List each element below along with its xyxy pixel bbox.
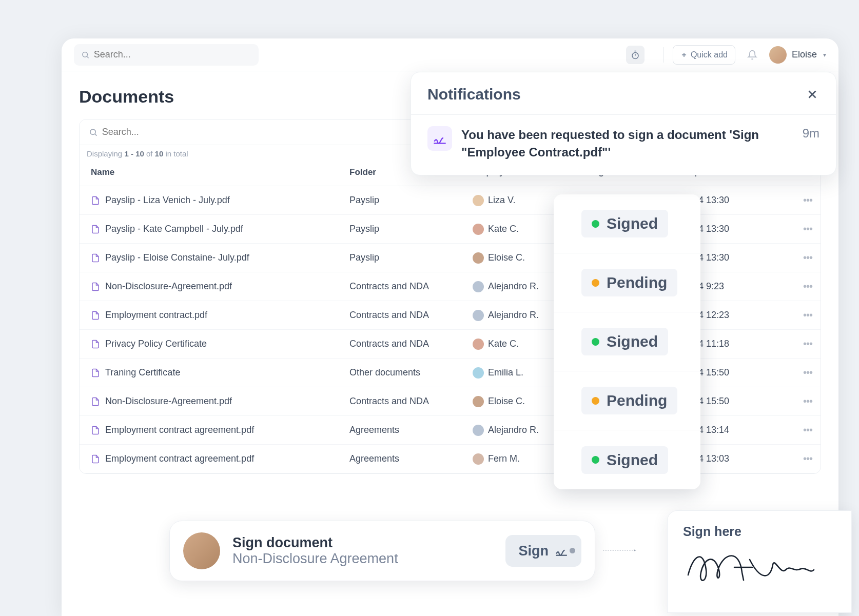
notification-text: You have been requested to sign a docume… bbox=[461, 126, 793, 161]
row-more-button[interactable]: ••• bbox=[795, 416, 821, 445]
svg-point-0 bbox=[83, 52, 88, 57]
topbar: Quick add Eloise ▾ bbox=[62, 38, 838, 71]
cell-folder: Contracts and NDA bbox=[343, 387, 466, 416]
cell-name: Payslip - Kate Campbell - July.pdf bbox=[80, 215, 343, 244]
connector-arrow bbox=[570, 549, 670, 551]
status-dot-icon bbox=[592, 279, 599, 287]
status-row: Signed bbox=[554, 430, 700, 489]
avatar bbox=[473, 425, 484, 436]
esignature-status-overlay: SignedPendingSignedPendingSigned bbox=[554, 194, 700, 489]
status-label: Signed bbox=[607, 215, 658, 232]
status-badge: Pending bbox=[581, 269, 677, 296]
svg-line-1 bbox=[87, 56, 89, 58]
notification-item[interactable]: You have been requested to sign a docume… bbox=[411, 115, 836, 175]
document-icon bbox=[91, 396, 100, 407]
row-more-button[interactable]: ••• bbox=[795, 387, 821, 416]
cell-folder: Payslip bbox=[343, 215, 466, 244]
signature-icon bbox=[555, 544, 568, 558]
row-more-button[interactable]: ••• bbox=[795, 445, 821, 473]
avatar bbox=[473, 339, 484, 350]
global-search-input[interactable] bbox=[94, 49, 251, 60]
status-label: Signed bbox=[607, 333, 658, 350]
doc-name: Payslip - Eloise Constaine- July.pdf bbox=[105, 252, 249, 263]
cell-name: Payslip - Eloise Constaine- July.pdf bbox=[80, 244, 343, 272]
doc-name: Employment contract.pdf bbox=[105, 310, 207, 321]
row-more-button[interactable]: ••• bbox=[795, 186, 821, 215]
document-icon bbox=[91, 224, 100, 234]
col-name[interactable]: Name bbox=[80, 158, 343, 186]
cell-folder: Agreements bbox=[343, 416, 466, 445]
document-icon bbox=[91, 195, 100, 206]
cell-folder: Contracts and NDA bbox=[343, 301, 466, 330]
global-search[interactable] bbox=[74, 44, 259, 66]
svg-line-8 bbox=[95, 134, 96, 135]
document-icon bbox=[91, 282, 100, 292]
signature-icon bbox=[427, 126, 452, 151]
doc-name: Non-Disclosure-Agreement.pdf bbox=[105, 281, 232, 292]
sign-card-title: Sign document bbox=[232, 535, 493, 551]
status-dot-icon bbox=[592, 456, 599, 464]
notifications-panel: Notifications You have been requested to… bbox=[411, 72, 836, 175]
status-row: Pending bbox=[554, 253, 700, 312]
avatar bbox=[473, 195, 484, 206]
avatar bbox=[473, 396, 484, 407]
search-icon bbox=[89, 128, 98, 137]
quick-add-label: Quick add bbox=[691, 50, 728, 59]
cell-name: Employment contract agreement.pdf bbox=[80, 416, 343, 445]
cell-name: Privacy Policy Certificate bbox=[80, 330, 343, 359]
doc-name: Non-Disclosure-Agreement.pdf bbox=[105, 396, 232, 407]
document-icon bbox=[91, 368, 100, 378]
row-more-button[interactable]: ••• bbox=[795, 272, 821, 301]
avatar bbox=[473, 281, 484, 292]
cell-name: Non-Disclosure-Agreement.pdf bbox=[80, 272, 343, 301]
cell-name: Employment contract.pdf bbox=[80, 301, 343, 330]
row-more-button[interactable]: ••• bbox=[795, 330, 821, 359]
status-badge: Signed bbox=[581, 210, 668, 237]
timer-button[interactable] bbox=[626, 46, 645, 64]
cell-folder: Contracts and NDA bbox=[343, 330, 466, 359]
close-button[interactable] bbox=[805, 87, 819, 102]
doc-name: Employment contract agreement.pdf bbox=[105, 453, 254, 464]
status-row: Pending bbox=[554, 371, 700, 430]
plus-icon bbox=[680, 51, 688, 58]
status-label: Signed bbox=[607, 451, 658, 469]
status-row: Signed bbox=[554, 194, 700, 253]
quick-add-button[interactable]: Quick add bbox=[673, 45, 735, 65]
avatar bbox=[473, 224, 484, 235]
document-icon bbox=[91, 454, 100, 464]
svg-point-7 bbox=[90, 129, 95, 134]
cell-name: Payslip - Liza Venich - July.pdf bbox=[80, 186, 343, 215]
cell-name: Non-Disclosure-Agreement.pdf bbox=[80, 387, 343, 416]
avatar bbox=[769, 46, 787, 64]
notification-time: 9m bbox=[803, 126, 819, 161]
cell-folder: Agreements bbox=[343, 445, 466, 473]
document-icon bbox=[91, 253, 100, 263]
sign-card-subtitle: Non-Disclosure Agreement bbox=[232, 551, 493, 567]
sign-request-card: Sign document Non-Disclosure Agreement S… bbox=[169, 521, 595, 581]
sign-here-card[interactable]: Sign here bbox=[667, 510, 852, 613]
cell-folder: Payslip bbox=[343, 244, 466, 272]
avatar bbox=[473, 453, 484, 465]
document-icon bbox=[91, 425, 100, 435]
doc-name: Privacy Policy Certificate bbox=[105, 339, 207, 349]
status-dot-icon bbox=[592, 220, 599, 228]
notifications-button[interactable] bbox=[745, 47, 760, 63]
row-more-button[interactable]: ••• bbox=[795, 359, 821, 387]
row-more-button[interactable]: ••• bbox=[795, 215, 821, 244]
status-label: Pending bbox=[607, 392, 667, 409]
user-name: Eloise bbox=[792, 49, 817, 60]
row-more-button[interactable]: ••• bbox=[795, 244, 821, 272]
user-menu[interactable]: Eloise ▾ bbox=[769, 46, 826, 64]
status-dot-icon bbox=[592, 338, 599, 346]
notifications-header: Notifications bbox=[411, 72, 836, 115]
search-icon bbox=[81, 50, 90, 59]
avatar bbox=[473, 367, 484, 379]
bell-icon bbox=[747, 50, 757, 60]
chevron-down-icon: ▾ bbox=[823, 51, 826, 58]
status-row: Signed bbox=[554, 312, 700, 371]
signature-drawing bbox=[683, 544, 816, 590]
cell-name: Employment contract agreement.pdf bbox=[80, 445, 343, 473]
sign-button-label: Sign bbox=[519, 543, 549, 559]
row-more-button[interactable]: ••• bbox=[795, 301, 821, 330]
status-badge: Pending bbox=[581, 387, 677, 414]
